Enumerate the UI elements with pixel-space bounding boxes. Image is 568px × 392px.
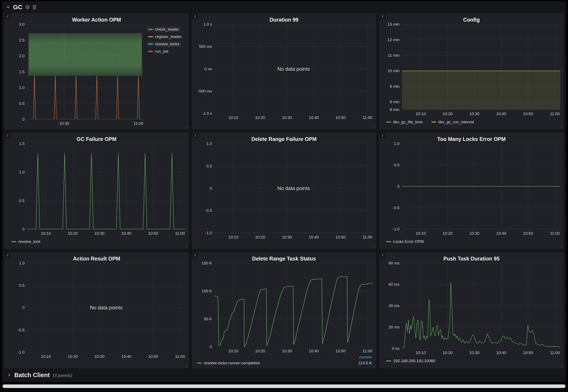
legend-dash-icon [386, 122, 391, 123]
x-tick-label: 10:20 [442, 231, 452, 236]
y-tick-label: 8 min [390, 107, 399, 112]
legend-item[interactable]: resolve-locks-runner-completed114.5 K [197, 361, 372, 365]
gear-icon[interactable]: ⚙ [25, 4, 30, 10]
plot-area[interactable]: No data points [27, 263, 185, 352]
info-icon[interactable]: i [5, 252, 11, 258]
x-tick-label: 10:30 [282, 115, 292, 120]
y-tick-label: 1.0 [19, 261, 25, 266]
panel-title[interactable]: Too Many Locks Error OPM [383, 134, 560, 144]
plot-area[interactable] [27, 24, 143, 119]
legend-item[interactable]: 192.168.200.191:10080 [384, 358, 437, 364]
y-tick-label: -0.5 [393, 206, 399, 210]
x-tick-label: 11:00 [175, 231, 185, 236]
legend-item[interactable]: tikv_gc_run_interval [429, 119, 476, 125]
info-icon[interactable]: i [380, 133, 385, 139]
legend: tikv_gc_life_timetikv_gc_run_interval [383, 117, 560, 127]
legend-item[interactable]: run_job [146, 48, 170, 54]
x-tick-label: 11:00 [550, 112, 560, 116]
x-tick-label: 10:50 [523, 112, 533, 116]
chevron-down-icon[interactable] [6, 5, 11, 9]
panel-config: iConfig8 min8 min9 min10 min11 min12 min… [379, 14, 563, 129]
x-tick-label: 10:20 [442, 112, 452, 116]
legend-item[interactable]: check_leader [146, 27, 181, 32]
x-axis: 10:1010:2010:3010:4010:5011:00 [27, 352, 185, 360]
x-tick-label: 10:30 [94, 354, 104, 359]
chart: 8 min8 min9 min10 min11 min12 min13 min1… [383, 24, 560, 117]
info-icon[interactable]: i [380, 252, 385, 258]
panel-body: 050 K100 K150 K10:1010:2010:3010:4010:50… [195, 263, 373, 366]
batch-client-row-title[interactable]: Batch Client [14, 372, 50, 378]
x-tick-label: 11:00 [550, 231, 560, 236]
panel-title[interactable]: Delete Range Task Status [195, 254, 373, 263]
x-tick-label: 10:10 [41, 231, 51, 236]
x-tick-label: 10:20 [255, 115, 265, 120]
x-axis: 10:1010:2010:3010:4010:5011:00 [215, 233, 373, 240]
legend-label: resolve_lock [18, 239, 41, 244]
row-header-gc[interactable]: GC ⚙ [2, 1, 566, 13]
info-icon[interactable]: i [192, 252, 198, 258]
row-header-batch-client[interactable]: Batch Client (3 panels) [2, 368, 566, 382]
y-tick-label: 2.0 [19, 54, 25, 58]
panel-duration-99: iDuration 991.0 s500 ms0 ns-500 ms-1.0 s… [192, 14, 376, 129]
plot-area[interactable] [27, 144, 185, 229]
row-title-gc[interactable]: GC [13, 4, 22, 11]
y-tick-label: 150 K [202, 261, 212, 266]
plot-area[interactable] [215, 263, 373, 347]
chart: 1.0 s500 ms0 ns-500 ms-1.0 sNo data poin… [195, 24, 373, 121]
plot-area[interactable] [402, 144, 560, 229]
horizontal-scrollbar[interactable] [2, 383, 566, 390]
panel-body: 00.51.01.510:1010:2010:3010:4010:5011:00… [8, 144, 185, 246]
info-icon[interactable]: i [380, 14, 385, 19]
panel-title[interactable]: Duration 99 [195, 15, 373, 24]
x-tick-label: 10:10 [41, 354, 51, 359]
x-axis: 10:1010:2010:3010:4010:5011:00 [27, 229, 185, 237]
legend-item[interactable]: Locks Error OPM [384, 239, 426, 245]
x-axis: 10:1010:2010:3010:4010:5011:00 [215, 347, 373, 354]
info-icon[interactable]: i [192, 14, 198, 19]
panel-title[interactable]: Delete Range Failure OPM [195, 134, 373, 144]
scrollbar-thumb[interactable] [2, 384, 566, 388]
plot-area[interactable] [402, 263, 560, 349]
panel-title[interactable]: GC Failure OPM [8, 134, 185, 144]
legend-label: tikv_gc_run_interval [438, 120, 474, 124]
info-icon[interactable]: i [5, 14, 11, 19]
x-tick-label: 10:20 [68, 354, 78, 359]
legend-item[interactable]: resolve_locks [146, 41, 181, 47]
chevron-right-icon[interactable] [7, 373, 11, 377]
x-tick-label: 10:30 [59, 121, 69, 126]
y-tick-label: -0.5 [205, 208, 212, 213]
x-tick-label: 10:50 [336, 115, 346, 120]
plot-area[interactable]: No data points [215, 24, 373, 113]
panel-title[interactable]: Push Task Duration 95 [383, 254, 560, 263]
legend-item[interactable]: resolve_lock [9, 239, 43, 245]
y-tick-label: -1.0 s [202, 111, 212, 116]
y-axis: 0 ns20 ms40 ms60 ms80 ms [383, 263, 402, 349]
chart-svg [402, 24, 560, 110]
x-tick-label: 10:10 [228, 115, 238, 120]
panel-title[interactable]: Config [383, 15, 560, 24]
info-icon[interactable]: i [5, 133, 11, 139]
plot-area[interactable]: No data points [215, 144, 373, 233]
y-tick-label: 3.0 [19, 22, 25, 27]
panel-title[interactable]: Action Result OPM [8, 254, 185, 263]
info-icon[interactable]: i [192, 133, 198, 139]
y-tick-label: 1.0 [19, 170, 25, 174]
legend-current-header[interactable]: current [359, 355, 372, 360]
y-tick-label: 2.5 [19, 38, 25, 42]
legend-label: Locks Error OPM [393, 239, 424, 244]
plot-area[interactable] [402, 24, 560, 110]
x-tick-label: 10:50 [148, 231, 158, 236]
trash-icon[interactable] [32, 5, 37, 9]
x-tick-label: 11:00 [175, 354, 185, 359]
chart-svg [402, 144, 560, 229]
y-tick-label: 0.5 [19, 283, 25, 288]
y-tick-label: 10 min [388, 69, 399, 73]
legend-item[interactable]: register_leader [146, 34, 184, 40]
panel-title[interactable]: Worker Action OPM [8, 15, 185, 24]
y-tick-label: 12 min [388, 38, 399, 42]
y-tick-label: 40 ms [389, 304, 399, 308]
panel-action-result-opm: iAction Result OPM1.00.50-0.5-1.0No data… [5, 252, 189, 368]
x-tick-label: 10:40 [496, 350, 506, 355]
legend-item[interactable]: tikv_gc_life_time [384, 119, 424, 125]
no-data-text: No data points [215, 144, 373, 233]
